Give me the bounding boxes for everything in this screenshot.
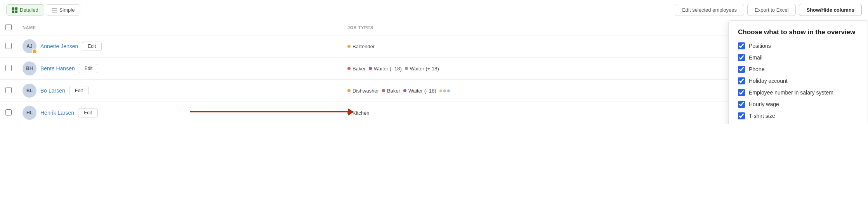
employee-name[interactable]: Bente Hansen bbox=[40, 65, 75, 72]
show-hide-columns-button[interactable]: Show/Hide columns bbox=[799, 4, 862, 16]
select-all-checkbox[interactable] bbox=[5, 24, 12, 30]
svg-rect-6 bbox=[52, 12, 57, 12]
avatar: HL bbox=[23, 106, 36, 120]
job-type-label: Baker bbox=[387, 88, 400, 94]
column-option-label: Employee number in salary system bbox=[749, 89, 833, 96]
more-dots bbox=[439, 89, 450, 92]
job-type-label: Waiter (- 18) bbox=[408, 88, 436, 94]
row-checkbox-cell bbox=[0, 102, 17, 124]
column-option-item: T-shirt size bbox=[738, 112, 858, 119]
show-hide-columns-panel: Choose what to show in the overview Posi… bbox=[728, 20, 868, 124]
employee-edit-button[interactable]: Edit bbox=[82, 42, 102, 51]
export-excel-button[interactable]: Export to Excel bbox=[747, 4, 796, 16]
row-checkbox-cell bbox=[0, 80, 17, 102]
detailed-view-button[interactable]: Detailed bbox=[6, 4, 44, 16]
job-type-label: Baker bbox=[352, 66, 366, 72]
job-type-dot bbox=[403, 89, 406, 92]
detailed-label: Detailed bbox=[20, 7, 38, 13]
job-type-dot bbox=[369, 67, 372, 70]
job-type-item: Baker bbox=[382, 88, 400, 94]
job-type-item: Waiter (- 18) bbox=[403, 88, 436, 94]
column-option-item: Employee number in salary system bbox=[738, 89, 858, 96]
employee-name[interactable]: Henrik Larsen bbox=[40, 110, 74, 116]
job-type-label: Kitchen bbox=[352, 110, 369, 116]
column-option-item: Positions bbox=[738, 42, 858, 49]
column-option-label: Holiday account bbox=[749, 78, 788, 84]
job-types-cell: DishwasherBakerWaiter (- 18) bbox=[342, 80, 750, 102]
job-type-dot bbox=[347, 89, 351, 92]
edit-employees-button[interactable]: Edit selected employees bbox=[675, 4, 744, 16]
employee-edit-button[interactable]: Edit bbox=[79, 64, 99, 73]
job-type-label: Bartender bbox=[352, 44, 375, 49]
select-all-header[interactable] bbox=[0, 20, 17, 35]
svg-rect-3 bbox=[15, 10, 17, 13]
simple-view-button[interactable]: Simple bbox=[46, 4, 81, 16]
row-checkbox[interactable] bbox=[5, 87, 12, 93]
dropdown-title: Choose what to show in the overview bbox=[738, 28, 858, 36]
extra-dot bbox=[447, 89, 450, 92]
name-cell: AJAnnette JensenEdit bbox=[17, 35, 342, 58]
job-type-item: Waiter (- 18) bbox=[369, 66, 402, 72]
column-option-label: T-shirt size bbox=[749, 113, 775, 119]
employee-name[interactable]: Annette Jensen bbox=[40, 43, 78, 49]
job-type-label: Waiter (+ 18) bbox=[410, 66, 439, 72]
column-option-label: Positions bbox=[749, 43, 771, 49]
name-content: BLBo LarsenEdit bbox=[23, 84, 337, 98]
row-checkbox-cell bbox=[0, 35, 17, 58]
column-option-checkbox[interactable] bbox=[738, 54, 745, 61]
extra-dot bbox=[439, 89, 442, 92]
grid-icon bbox=[12, 7, 17, 13]
extra-dot bbox=[443, 89, 446, 92]
job-type-item: Bartender bbox=[347, 44, 375, 49]
column-option-checkbox[interactable] bbox=[738, 101, 745, 108]
svg-rect-1 bbox=[15, 7, 17, 10]
row-checkbox[interactable] bbox=[5, 43, 12, 49]
simple-label: Simple bbox=[59, 7, 75, 13]
action-buttons: Edit selected employees Export to Excel … bbox=[675, 4, 862, 16]
column-option-checkbox[interactable] bbox=[738, 42, 745, 49]
job-type-dot bbox=[347, 67, 351, 70]
job-type-label: Waiter (- 18) bbox=[374, 66, 402, 72]
name-column-header: NAME bbox=[17, 20, 342, 35]
job-types-cell: Kitchen bbox=[342, 102, 750, 124]
job-type-item: Dishwasher bbox=[347, 88, 379, 94]
column-option-checkbox[interactable] bbox=[738, 77, 745, 84]
job-types-cell: Bartender bbox=[342, 35, 750, 58]
name-cell: BLBo LarsenEdit bbox=[17, 80, 342, 102]
employee-table-container: NAME JOB TYPES EMAIL AJAnnette JensenEdi… bbox=[0, 20, 868, 124]
column-option-label: Hourly wage bbox=[749, 101, 779, 107]
employee-name[interactable]: Bo Larsen bbox=[40, 88, 65, 94]
job-type-dot bbox=[347, 45, 351, 48]
avatar: BH bbox=[23, 61, 36, 75]
column-option-label: Phone bbox=[749, 66, 764, 72]
job-types-content: DishwasherBakerWaiter (- 18) bbox=[347, 88, 745, 94]
name-cell: BHBente HansenEdit bbox=[17, 58, 342, 80]
column-option-label: Email bbox=[749, 54, 762, 61]
employee-edit-button[interactable]: Edit bbox=[69, 86, 89, 95]
employee-edit-button[interactable]: Edit bbox=[78, 108, 98, 117]
column-option-checkbox[interactable] bbox=[738, 66, 745, 73]
job-type-dot bbox=[382, 89, 385, 92]
name-cell: HLHenrik LarsenEdit bbox=[17, 102, 342, 124]
view-toggle: Detailed Simple bbox=[6, 4, 80, 16]
job-type-dot bbox=[405, 67, 408, 70]
row-checkbox[interactable] bbox=[5, 109, 12, 116]
row-checkbox[interactable] bbox=[5, 65, 12, 71]
job-types-content: Bartender bbox=[347, 44, 745, 49]
svg-rect-4 bbox=[52, 8, 57, 9]
svg-rect-5 bbox=[52, 10, 57, 10]
job-type-label: Dishwasher bbox=[352, 88, 379, 94]
column-option-item: Email bbox=[738, 54, 858, 61]
job-types-column-header: JOB TYPES bbox=[342, 20, 750, 35]
toolbar: Detailed Simple Edit selected employees … bbox=[0, 0, 868, 20]
job-types-cell: BakerWaiter (- 18)Waiter (+ 18) bbox=[342, 58, 750, 80]
avatar: BL bbox=[23, 84, 36, 98]
column-option-checkbox[interactable] bbox=[738, 112, 745, 119]
svg-rect-0 bbox=[12, 7, 14, 10]
avatar: AJ bbox=[23, 39, 36, 53]
column-option-checkbox[interactable] bbox=[738, 89, 745, 96]
avatar-badge bbox=[32, 49, 37, 54]
job-type-item: Waiter (+ 18) bbox=[405, 66, 439, 72]
arrow-indicator bbox=[190, 111, 353, 112]
name-content: AJAnnette JensenEdit bbox=[23, 39, 337, 53]
